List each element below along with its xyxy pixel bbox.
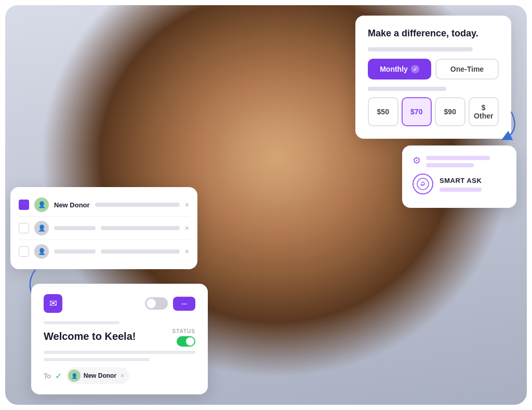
- smart-ask-icon: [413, 174, 433, 194]
- donation-card-title: Make a difference, today.: [368, 28, 499, 39]
- donation-card: Make a difference, today. Monthly ✓ One-…: [355, 16, 511, 139]
- email-skeleton-3: [44, 358, 150, 361]
- close-donor-3[interactable]: ×: [185, 247, 189, 256]
- donor-row-3: 👤 ×: [19, 240, 189, 263]
- monthly-button[interactable]: Monthly ✓: [368, 59, 431, 80]
- color-block: [19, 200, 29, 210]
- donor-placeholder-name-3: [54, 249, 96, 254]
- checkbox-2[interactable]: [19, 223, 29, 233]
- status-label: STATUS: [172, 328, 195, 334]
- to-row: To ✓ 👤 New Donor ×: [44, 367, 195, 384]
- recipient-name: New Donor: [84, 372, 116, 379]
- checkbox-3[interactable]: [19, 246, 29, 257]
- handshake-svg: [417, 178, 429, 190]
- scene-wrapper: Make a difference, today. Monthly ✓ One-…: [5, 5, 527, 405]
- email-icon: ✉: [44, 294, 62, 313]
- email-skeleton-1: [44, 321, 119, 324]
- smart-ask-row: SMART ASK: [413, 174, 506, 194]
- donor-avatar-1: 👤: [34, 197, 49, 212]
- smart-ask-sub-bar: [440, 188, 482, 192]
- monthly-check-icon: ✓: [411, 65, 419, 73]
- action-button[interactable]: ···: [173, 297, 195, 311]
- recipient-avatar: 👤: [68, 369, 81, 382]
- toggle-knob: [147, 299, 156, 308]
- amount-buttons: $50 $70 $90 $ Other: [368, 97, 499, 126]
- donor-avatar-2: 👤: [34, 221, 49, 235]
- smart-top-row: ⚙: [413, 154, 506, 167]
- smart-skeleton-bars: [426, 154, 506, 167]
- email-skeleton-2: [44, 351, 195, 354]
- chip-remove-icon[interactable]: ×: [121, 372, 124, 379]
- svg-point-0: [417, 178, 429, 190]
- donor-placeholder-3: [101, 249, 180, 254]
- email-card: ✉ ··· Welcome to Keela! STATUS: [31, 284, 208, 394]
- smart-ask-text-group: SMART ASK: [440, 177, 482, 192]
- recipient-chip: 👤 New Donor ×: [66, 367, 129, 384]
- skeleton-bar-1: [368, 47, 473, 51]
- gear-icon: ⚙: [413, 155, 421, 166]
- donor-placeholder-name-2: [54, 226, 96, 230]
- check-icon: ✓: [55, 371, 62, 381]
- donor-avatar-3: 👤: [34, 244, 49, 259]
- smart-ask-label: SMART ASK: [440, 177, 482, 184]
- smart-bar-1: [426, 156, 490, 160]
- donor-name-1: New Donor: [54, 201, 90, 209]
- header-actions: ···: [145, 297, 195, 311]
- monthly-label: Monthly: [380, 65, 408, 73]
- amount-other-button[interactable]: $ Other: [469, 97, 499, 126]
- smart-bar-2: [426, 163, 474, 167]
- close-donor-2[interactable]: ×: [185, 224, 189, 232]
- amount-70-button[interactable]: $70: [402, 97, 432, 126]
- donor-placeholder-1: [95, 203, 180, 207]
- status-row: Welcome to Keela! STATUS: [44, 328, 195, 347]
- email-card-header: ✉ ···: [44, 294, 195, 313]
- email-title: Welcome to Keela!: [44, 330, 136, 342]
- toggle-switch[interactable]: [145, 297, 168, 310]
- to-label: To: [44, 372, 51, 380]
- skeleton-bar-2: [368, 87, 446, 91]
- donor-row-2: 👤 ×: [19, 217, 189, 240]
- status-group: STATUS: [172, 328, 195, 347]
- smart-ask-card: ⚙ SMART ASK: [402, 146, 516, 208]
- status-toggle[interactable]: [177, 336, 195, 347]
- amount-90-button[interactable]: $90: [435, 97, 466, 126]
- onetime-button[interactable]: One-Time: [435, 59, 499, 80]
- amount-50-button[interactable]: $50: [368, 97, 398, 126]
- donor-row-1: 👤 New Donor ×: [19, 193, 189, 217]
- donor-placeholder-2: [101, 226, 180, 230]
- onetime-label: One-Time: [450, 65, 484, 73]
- frequency-buttons: Monthly ✓ One-Time: [368, 59, 499, 80]
- close-donor-1[interactable]: ×: [185, 201, 189, 209]
- donor-list-card: 👤 New Donor × 👤 × 👤 ×: [10, 187, 197, 269]
- status-knob: [186, 337, 194, 346]
